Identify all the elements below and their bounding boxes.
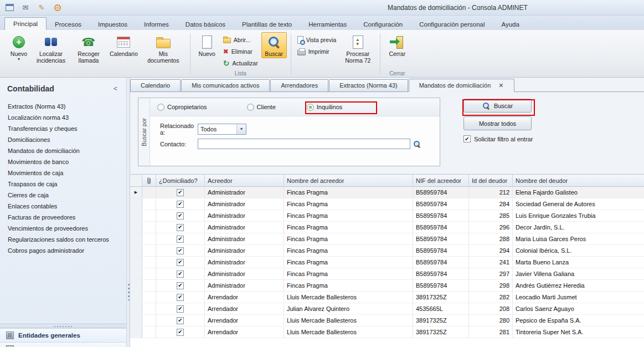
ribbon-button-procesar-norma-72[interactable]: ▲▼ Procesar Norma 72 <box>339 32 376 65</box>
domiciliado-checkbox[interactable]: ✔ <box>177 329 184 336</box>
ribbon-button-cerrar[interactable]: Cerrar <box>384 32 410 58</box>
sidebar-item-cierres-de-caja[interactable]: Cierres de caja <box>0 190 126 201</box>
filter-checkbox[interactable]: ✔ <box>463 135 471 142</box>
dropdown-arrow-icon[interactable]: ▾ <box>236 124 246 134</box>
doc-tab-mandatos-de-domiciliaci-n[interactable]: Mandatos de domiciliación✕ <box>409 79 514 92</box>
doc-tab-calendario[interactable]: Calendario <box>130 79 181 91</box>
domiciliado-checkbox[interactable]: ✔ <box>177 189 184 196</box>
table-row[interactable]: ✔AdministradorFincas PragmaB58959784241M… <box>130 257 644 268</box>
sidebar-item-movimientos-de-banco[interactable]: Movimientos de banco <box>0 156 126 167</box>
domiciliado-checkbox[interactable]: ✔ <box>177 236 184 243</box>
rss-icon[interactable] <box>52 2 63 13</box>
grid-column-header-nombre-del-acreedor[interactable]: Nombre del acreedor <box>284 175 413 186</box>
grid-column-header-nif-del-acreedor[interactable]: NIF del acreedor <box>413 175 469 186</box>
table-row[interactable]: ✔ArrendadorLluis Mercade Ballesteros3891… <box>130 326 644 338</box>
table-row[interactable]: ✔ArrendadorLluis Mercade Ballesteros3891… <box>130 292 644 303</box>
table-row[interactable]: ✔AdministradorFincas PragmaB58959784284S… <box>130 198 644 210</box>
ribbon-button-abrir[interactable]: Abrir... <box>220 34 261 45</box>
lookup-magnifier-icon[interactable] <box>413 140 421 148</box>
menu-tab-herramientas[interactable]: Herramientas <box>300 18 355 30</box>
sidebar-item-movimientos-de-caja[interactable]: Movimientos de caja <box>0 167 126 178</box>
domiciliado-checkbox[interactable]: ✔ <box>177 271 184 278</box>
ribbon-button-localizar-incidencias[interactable]: Localizar incidencias <box>33 32 69 65</box>
sidebar-splitter-grip[interactable] <box>0 324 126 328</box>
table-row[interactable]: ✔AdministradorFincas PragmaB58959784297J… <box>130 268 644 280</box>
grid-column-header-nombre-del-deudor[interactable]: Nombre del deudor <box>513 175 644 186</box>
table-row[interactable]: ✔AdministradorFincas PragmaB58959784294C… <box>130 245 644 257</box>
ribbon-button-actualizar[interactable]: ↻ Actualizar <box>220 58 261 69</box>
close-tab-icon[interactable]: ✕ <box>498 80 503 91</box>
menu-tab-principal[interactable]: Principal <box>4 17 47 30</box>
domiciliado-checkbox[interactable]: ✔ <box>177 305 184 313</box>
radio-cliente[interactable]: Cliente <box>247 104 276 111</box>
ribbon-button-eliminar[interactable]: ✖ Eliminar <box>220 46 261 57</box>
menu-tab-configuraci-n-personal[interactable]: Configuración personal <box>411 18 493 30</box>
contacto-input[interactable] <box>198 139 410 149</box>
relacionado-select[interactable]: Todos ▾ <box>198 124 246 135</box>
sidebar-item-facturas-de-proveedores[interactable]: Facturas de proveedores <box>0 212 126 223</box>
sidebar-item-transferencias-y-cheques[interactable]: Transferencias y cheques <box>0 123 126 134</box>
domiciliado-checkbox[interactable]: ✔ <box>177 212 184 220</box>
notes-icon[interactable]: ✎ <box>36 2 47 13</box>
sidebar-item-traspasos-de-caja[interactable]: Traspasos de caja <box>0 178 126 190</box>
row-selector[interactable] <box>130 303 142 314</box>
ribbon-button-calendario[interactable]: Calendario <box>108 32 140 58</box>
row-selector[interactable] <box>130 292 142 303</box>
row-selector[interactable] <box>130 210 142 221</box>
row-selector[interactable]: ▶ <box>130 187 142 198</box>
sidebar-item-extractos-norma-43[interactable]: Extractos (Norma 43) <box>0 101 126 112</box>
table-row[interactable]: ✔AdministradorFincas PragmaB58959784288M… <box>130 233 644 245</box>
collapse-chevron-icon[interactable]: < <box>114 85 121 93</box>
sidebar-item-domiciliaciones[interactable]: Domiciliaciones <box>0 134 126 145</box>
ribbon-button-nuevo-registro[interactable]: Nuevo <box>194 32 220 58</box>
sidebar-item-localizaci-n-norma-43[interactable]: Localización norma 43 <box>0 112 126 123</box>
table-row[interactable]: ✔ArrendadorLluis Mercade Ballesteros3891… <box>130 315 644 326</box>
menu-tab-datos-b-sicos[interactable]: Datos básicos <box>177 18 234 30</box>
mail-icon[interactable]: ✉ <box>20 2 31 13</box>
doc-tab-mis-comunicados-activos[interactable]: Mis comunicados activos <box>181 79 270 91</box>
ribbon-button-vista-previa[interactable]: Vista previa <box>295 34 339 45</box>
table-row[interactable]: ✔ArrendadorJulian Alvarez Quintero453566… <box>130 303 644 315</box>
doc-tab-extractos-norma-43[interactable]: Extractos (Norma 43) <box>329 79 408 91</box>
grid-column-header-acreedor[interactable]: Acreedor <box>205 175 284 186</box>
row-selector[interactable] <box>130 268 142 279</box>
domiciliado-checkbox[interactable]: ✔ <box>177 247 184 254</box>
menu-tab-procesos[interactable]: Procesos <box>47 18 90 30</box>
app-icon[interactable] <box>4 2 15 13</box>
sidebar-section-partial[interactable] <box>0 342 126 347</box>
grid-header-selector[interactable] <box>130 175 142 186</box>
menu-tab-configuraci-n[interactable]: Configuración <box>355 18 411 30</box>
sidebar-item-regularizaciones-saldos-con-terceros[interactable]: Regularizaciones saldos con terceros <box>0 234 126 245</box>
table-row[interactable]: ✔AdministradorFincas PragmaB58959784285L… <box>130 210 644 222</box>
row-selector[interactable] <box>130 245 142 256</box>
domiciliado-checkbox[interactable]: ✔ <box>177 201 184 208</box>
ribbon-button-recoger-llamada[interactable]: ☎ Recoger llamada <box>70 32 107 65</box>
domiciliado-checkbox[interactable]: ✔ <box>177 294 184 301</box>
row-selector[interactable] <box>130 326 142 338</box>
row-selector[interactable] <box>130 198 142 210</box>
domiciliado-checkbox[interactable]: ✔ <box>177 224 184 231</box>
menu-tab-ayuda[interactable]: Ayuda <box>493 18 528 30</box>
buscar-button[interactable]: Buscar <box>463 99 532 113</box>
row-selector[interactable] <box>130 222 142 233</box>
sidebar-item-vencimientos-de-proveedores[interactable]: Vencimientos de proveedores <box>0 223 126 234</box>
table-row[interactable]: ✔AdministradorFincas PragmaB58959784296D… <box>130 222 644 233</box>
sidebar-section-entidades-generales[interactable]: Entidades generales <box>0 328 126 342</box>
domiciliado-checkbox[interactable]: ✔ <box>177 282 184 289</box>
mostrar-todos-button[interactable]: Mostrar todos <box>463 116 532 130</box>
table-row[interactable]: ✔AdministradorFincas PragmaB58959784298A… <box>130 280 644 292</box>
sidebar-item-enlaces-contables[interactable]: Enlaces contables <box>0 201 126 212</box>
domiciliado-checkbox[interactable]: ✔ <box>177 259 184 266</box>
vertical-splitter[interactable] <box>126 78 130 347</box>
row-selector[interactable] <box>130 233 142 244</box>
domiciliado-checkbox[interactable]: ✔ <box>177 317 184 324</box>
ribbon-button-nuevo[interactable]: + Nuevo ▾ <box>6 32 32 62</box>
ribbon-button-imprimir[interactable]: Imprimir <box>295 46 339 57</box>
sidebar-item-cobros-pagos-administrador[interactable]: Cobros pagos administrador <box>0 245 126 256</box>
radio-inquilinos[interactable]: Inquilinos <box>307 104 342 111</box>
row-selector[interactable] <box>130 280 142 291</box>
ribbon-button-buscar[interactable]: Buscar <box>261 32 287 58</box>
row-selector[interactable] <box>130 315 142 326</box>
table-row[interactable]: ▶✔AdministradorFincas PragmaB58959784212… <box>130 187 644 198</box>
menu-tab-plantillas-de-texto[interactable]: Plantillas de texto <box>234 18 300 30</box>
